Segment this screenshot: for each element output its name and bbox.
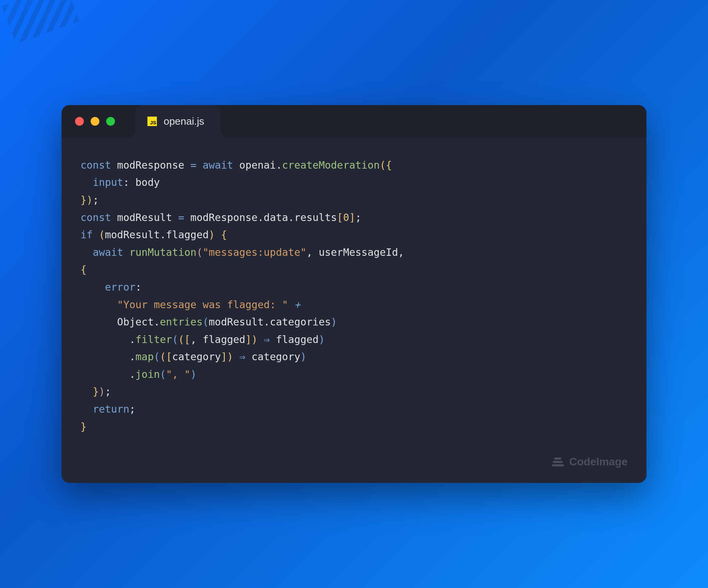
code-token: , userMessageId, xyxy=(306,246,410,258)
code-line: Object.entries(modResult.categories) xyxy=(80,313,628,331)
code-token xyxy=(233,351,239,363)
code-token: ] xyxy=(349,212,355,223)
code-token: modResult xyxy=(111,212,178,223)
code-token: ) xyxy=(99,386,105,397)
code-token xyxy=(258,334,264,345)
watermark-text: CodeImage xyxy=(569,456,628,468)
code-token: ; xyxy=(129,403,136,415)
background-decoration xyxy=(0,0,101,101)
code-token: ( xyxy=(203,316,209,328)
code-token xyxy=(288,299,294,311)
codeimage-logo-icon xyxy=(552,456,564,468)
code-token xyxy=(123,246,129,258)
code-line: .join(", ") xyxy=(80,366,628,383)
code-token: createModeration xyxy=(282,159,380,171)
code-token xyxy=(80,246,93,258)
code-token xyxy=(80,403,93,415)
code-token: await xyxy=(203,159,233,171)
code-token: Object. xyxy=(80,316,160,328)
code-token: [ xyxy=(184,334,190,345)
code-token: modResponse xyxy=(111,159,190,171)
code-token: { xyxy=(221,229,227,241)
code-token: . xyxy=(80,334,136,345)
file-tab-label: openai.js xyxy=(164,116,204,127)
code-token: + xyxy=(294,299,300,311)
code-token: ) xyxy=(300,351,306,363)
window-titlebar: JS openai.js xyxy=(62,105,646,138)
code-token: [ xyxy=(337,212,343,223)
code-token: join xyxy=(136,368,160,380)
code-line: await runMutation("messages:update", use… xyxy=(80,244,628,261)
code-token: = xyxy=(178,212,184,223)
code-line: const modResponse = await openai.createM… xyxy=(80,156,628,174)
code-token: error xyxy=(105,281,135,293)
code-token: openai. xyxy=(233,159,282,171)
code-token: ( xyxy=(99,229,105,241)
minimize-icon[interactable] xyxy=(91,117,99,126)
code-line: } xyxy=(80,418,628,436)
code-token: ) xyxy=(252,334,258,345)
code-line: .filter(([, flagged]) ⇒ flagged) xyxy=(80,331,628,348)
code-token: ] xyxy=(245,334,252,345)
code-token: , flagged xyxy=(190,334,245,345)
code-token: } xyxy=(80,421,87,433)
code-token: } xyxy=(80,194,87,206)
code-line: input: body xyxy=(80,174,628,191)
code-token: 0 xyxy=(343,212,349,223)
code-token: : body xyxy=(123,176,160,188)
code-token: . xyxy=(80,368,136,380)
code-token: runMutation xyxy=(129,246,197,258)
code-token: } xyxy=(93,386,99,397)
code-token: flagged xyxy=(270,334,319,345)
code-token: category xyxy=(172,351,221,363)
code-token: ) xyxy=(227,351,233,363)
code-token xyxy=(80,299,117,311)
code-token: ( xyxy=(160,351,166,363)
code-line: const modResult = modResponse.data.resul… xyxy=(80,209,628,226)
code-token: ( xyxy=(196,246,203,258)
code-token: entries xyxy=(160,316,203,328)
code-token: . xyxy=(80,351,136,363)
code-token xyxy=(80,386,93,397)
code-line: }); xyxy=(80,383,628,400)
code-token: ( xyxy=(178,334,184,345)
code-token: ( xyxy=(380,159,386,171)
code-token: ) xyxy=(331,316,337,328)
watermark: CodeImage xyxy=(62,449,646,483)
code-token: ( xyxy=(160,368,166,380)
close-icon[interactable] xyxy=(75,117,84,126)
code-line: "Your message was flagged: " + xyxy=(80,296,628,314)
code-token: ] xyxy=(221,351,227,363)
code-token: : xyxy=(136,281,142,293)
code-token: input xyxy=(93,176,123,188)
code-token xyxy=(80,176,93,188)
code-token: ⇒ xyxy=(239,351,245,363)
code-window: JS openai.js const modResponse = await o… xyxy=(62,105,646,483)
traffic-lights xyxy=(75,117,115,126)
code-line: }); xyxy=(80,191,628,209)
code-token: map xyxy=(136,351,154,363)
code-token: ( xyxy=(154,351,160,363)
code-token: const xyxy=(80,159,111,171)
code-token: [ xyxy=(166,351,172,363)
code-token: category xyxy=(245,351,301,363)
code-token: modResult.categories xyxy=(209,316,331,328)
code-line: if (modResult.flagged) { xyxy=(80,226,628,244)
code-line: return; xyxy=(80,400,628,418)
code-token xyxy=(80,281,105,293)
code-editor[interactable]: const modResponse = await openai.createM… xyxy=(62,138,646,449)
code-token: "Your message was flagged: " xyxy=(117,299,288,311)
code-line: error: xyxy=(80,278,628,296)
code-token: await xyxy=(93,246,123,258)
code-token: filter xyxy=(136,334,172,345)
code-token: ⇒ xyxy=(264,334,270,345)
code-token: ; xyxy=(355,212,361,223)
code-token: ; xyxy=(105,386,111,397)
code-token: const xyxy=(80,212,111,223)
code-token: ( xyxy=(172,334,178,345)
code-token: = xyxy=(190,159,196,171)
code-token: ) xyxy=(190,368,196,380)
file-tab[interactable]: JS openai.js xyxy=(135,105,220,138)
maximize-icon[interactable] xyxy=(106,117,115,126)
code-token: ) xyxy=(87,194,93,206)
